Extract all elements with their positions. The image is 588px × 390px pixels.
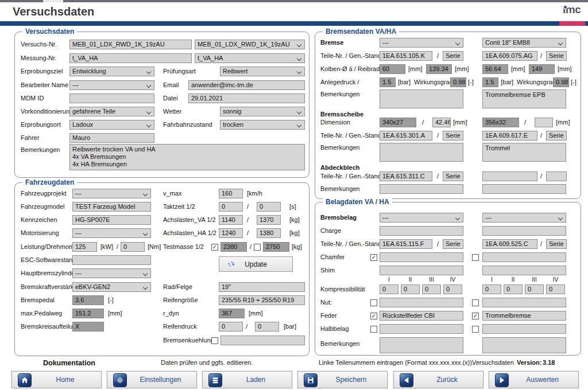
kompress-ha-1-input[interactable]: 0 [482, 284, 501, 294]
home-button[interactable]: Home [11, 371, 102, 388]
bremsenkuehlung-checkbox[interactable] [211, 337, 218, 344]
messung-nr-input[interactable]: t_VA_HA [69, 53, 192, 63]
teile-nr-belag-ha-input[interactable]: 1EA.609.525.C [482, 239, 537, 249]
bremspedal-input[interactable]: 3.6 [72, 295, 104, 305]
bemerkungen-abdeck-va-input[interactable] [380, 184, 463, 194]
zurueck-button[interactable]: Zurück [393, 371, 483, 388]
wirkungsgrad-va-input[interactable]: 0.98 [450, 77, 466, 87]
reifendruck-2-input[interactable]: 0 [255, 322, 279, 332]
fahrzeugmodel-input[interactable]: TEST Farzeug Model [72, 202, 151, 212]
achslasten-va-1-input[interactable]: 1140 [219, 215, 243, 225]
teile-nr-abdeck-ha-input[interactable] [482, 171, 537, 181]
versuchs-nr-combo[interactable]: MEB_01_LDX_RWD_1K_19zAU [195, 40, 305, 49]
kolben-ha-input[interactable]: 56.64 [482, 64, 508, 74]
messung-nr-combo[interactable]: t_VA_HA [195, 53, 305, 63]
reifendruck-1-input[interactable]: 0 [219, 322, 243, 332]
dimension-va-2-input[interactable]: 42.46 [432, 118, 451, 127]
versuchs-nr-input[interactable]: MEB_01_LDX_RWD_1K_19zAU [69, 40, 192, 49]
leistung-input[interactable]: 125 [72, 242, 97, 252]
nut-va-input[interactable] [380, 298, 463, 307]
gen-stand-belag-va-input[interactable]: Serie [443, 239, 463, 249]
charge-va-input[interactable] [380, 226, 463, 236]
teile-nr-scheibe-ha-input[interactable]: 1EA.609.617.E [482, 131, 537, 141]
fahrzeugprojekt-combo[interactable]: --- [72, 189, 151, 198]
chamfer-va-input[interactable] [380, 252, 463, 262]
bemerkungen-belag-ha-textarea[interactable] [482, 337, 566, 353]
teile-nr-va-input[interactable]: 1EA.615.105.K [380, 51, 432, 61]
pruefungsart-combo[interactable]: Reibwert [220, 67, 305, 76]
bemerkungen-bremse-va-textarea[interactable] [380, 89, 463, 108]
achslasten-va-2-input[interactable]: 1370 [257, 215, 281, 225]
reifengroesse-input[interactable]: 235/55 R19 + 255/50 R19 [219, 295, 305, 305]
reibradius-ha-input[interactable]: 149 [529, 64, 555, 74]
gen-stand-scheibe-va-input[interactable]: Serie [443, 131, 463, 141]
wirkungsgrad-ha-input[interactable]: 0.98 [553, 77, 569, 87]
nut-ha-input[interactable] [482, 298, 566, 307]
wetter-combo[interactable]: sonnig [220, 107, 305, 116]
testmasse-2-input[interactable]: 2750 [263, 242, 289, 252]
gen-stand-scheibe-ha-input[interactable]: Serie [546, 131, 567, 141]
teile-nr-scheibe-va-input[interactable]: 1EA.615.301.A [380, 131, 432, 141]
gen-stand-abdeck-va-input[interactable]: Serie [443, 171, 463, 181]
fahrbahnzustand-combo[interactable]: trocken [220, 120, 305, 130]
email-input[interactable]: anwender@imc-tm.de [188, 80, 305, 90]
feder-ha-input[interactable]: Trommelbremse [482, 311, 566, 321]
auswerten-button[interactable]: Auswerten [489, 371, 579, 388]
taktzeit-1-input[interactable]: 0 [219, 202, 243, 212]
teile-nr-belag-va-input[interactable]: 1EA.615.115.F [380, 239, 432, 249]
anlegedruck-ha-input[interactable]: 1.5 [482, 77, 498, 87]
motorisierung-combo[interactable]: --- [72, 228, 151, 238]
bremsbelag-ha-combo[interactable]: --- [482, 213, 566, 223]
halbbelag-va-input[interactable] [380, 324, 463, 334]
shim-ha-input[interactable] [482, 266, 566, 275]
dimension-va-input[interactable]: 340x27 [380, 118, 416, 127]
fahrer-input[interactable]: Mauro [69, 133, 154, 143]
achslasten-ha-1-input[interactable]: 1240 [219, 228, 243, 238]
bremskreisaufteilung-input[interactable]: X [72, 322, 104, 332]
bearbeiter-combo[interactable]: --- [69, 80, 154, 90]
rdyn-input[interactable]: 367 [219, 309, 245, 318]
erprobungsort-combo[interactable]: Ladoux [69, 120, 154, 130]
testmasse-1-input[interactable]: 2380 [220, 242, 247, 252]
kompress-va-2-input[interactable]: 0 [401, 284, 420, 294]
vorkonditionierung-combo[interactable]: gefahrene Teile [69, 107, 154, 116]
bremsbelag-va-combo[interactable]: --- [380, 213, 463, 223]
feder-va-checkbox[interactable] [370, 313, 377, 319]
kompress-va-3-input[interactable]: 0 [422, 284, 441, 294]
kompress-va-4-input[interactable]: 0 [443, 284, 462, 294]
bemerkungen-scheibe-va-textarea[interactable] [380, 143, 463, 162]
achslasten-ha-2-input[interactable]: 1380 [257, 228, 281, 238]
bemerkungen-abdeck-ha-input[interactable] [482, 184, 566, 194]
kompress-ha-4-input[interactable]: 0 [546, 284, 565, 294]
chamfer-ha-input[interactable] [482, 252, 566, 262]
kompress-va-1-input[interactable]: 0 [380, 284, 399, 294]
taktzeit-2-input[interactable]: 0 [257, 202, 281, 212]
bremskraftverstaerker-combo[interactable]: eBKV-GEN2 [72, 282, 151, 292]
gen-stand-abdeck-ha-input[interactable] [546, 171, 567, 181]
teile-nr-ha-input[interactable]: 1EA.609.075.AG [482, 51, 537, 61]
halbbelag-ha-checkbox[interactable] [472, 326, 479, 333]
chamfer-ha-checkbox[interactable] [472, 254, 479, 261]
vmax-input[interactable]: 160 [219, 189, 243, 198]
bremse-ha-combo[interactable]: Conti 18" EMB8 [482, 38, 566, 48]
charge-ha-input[interactable] [482, 226, 566, 236]
testmasse-2-checkbox[interactable] [254, 244, 261, 251]
reibradius-va-input[interactable]: 139.34 [426, 64, 452, 74]
kennzeichen-input[interactable]: HG-SP007E [72, 215, 151, 225]
dimension-ha-2-input[interactable] [535, 118, 553, 127]
update-button[interactable]: Update [219, 256, 293, 272]
speichern-button[interactable]: Speichern [297, 371, 388, 388]
einstellungen-button[interactable]: Einstellungen [107, 371, 197, 388]
kompress-ha-3-input[interactable]: 0 [525, 284, 544, 294]
bemerkungen-belag-va-textarea[interactable] [380, 337, 463, 353]
kolben-va-input[interactable]: 60 [380, 64, 405, 74]
halbbelag-ha-input[interactable] [482, 324, 566, 334]
mdm-id-input[interactable] [69, 93, 154, 103]
bemerkungen-bremse-ha-textarea[interactable]: Trommelbremse EPB [482, 89, 566, 108]
laden-button[interactable]: Laden [202, 371, 292, 388]
max-pedalweg-input[interactable]: 151.2 [72, 309, 104, 318]
feder-va-input[interactable]: Rückstellfeder CBI [380, 311, 463, 321]
kompress-ha-2-input[interactable]: 0 [504, 284, 523, 294]
erprobungsziel-combo[interactable]: Entwicklung [69, 67, 154, 76]
rad-felge-input[interactable]: 19" [219, 282, 305, 292]
